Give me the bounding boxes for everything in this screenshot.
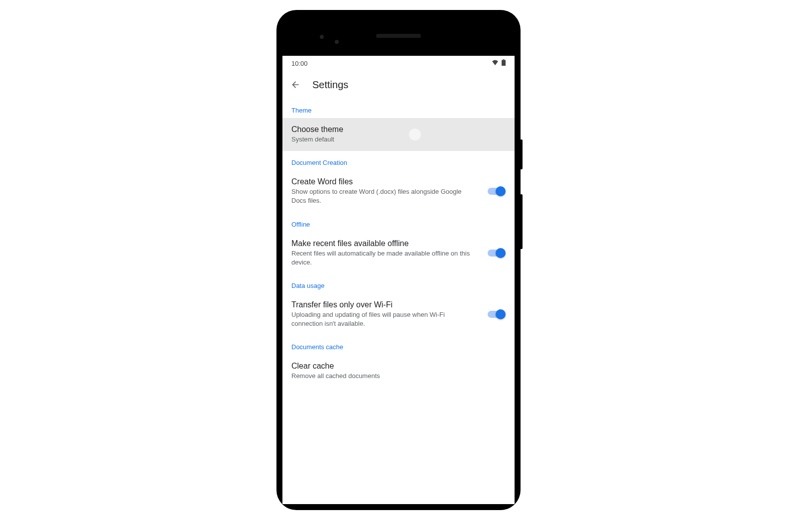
- setting-title: Make recent files available offline: [291, 239, 478, 248]
- create-word-files-item[interactable]: Create Word files Show options to create…: [282, 170, 515, 212]
- phone-frame: 10:00 Settings Theme Choose theme System…: [276, 10, 521, 510]
- camera-dot: [320, 35, 324, 39]
- setting-title: Create Word files: [291, 177, 478, 186]
- toggle-thumb: [496, 186, 506, 196]
- toggle-thumb: [496, 309, 506, 319]
- toggle-thumb: [496, 248, 506, 258]
- section-header-theme: Theme: [282, 99, 515, 118]
- setting-text: Make recent files available offline Rece…: [291, 239, 478, 267]
- status-bar: 10:00: [282, 56, 515, 71]
- setting-subtitle: System default: [291, 135, 506, 144]
- setting-subtitle: Remove all cached documents: [291, 372, 506, 381]
- setting-subtitle: Uploading and updating of files will pau…: [291, 310, 478, 328]
- wifi-only-item[interactable]: Transfer files only over Wi-Fi Uploading…: [282, 293, 515, 335]
- wifi-only-toggle[interactable]: [488, 309, 506, 319]
- phone-side-button: [521, 139, 523, 169]
- setting-text: Transfer files only over Wi-Fi Uploading…: [291, 300, 478, 328]
- section-header-document-creation: Document Creation: [282, 151, 515, 170]
- section-header-data-usage: Data usage: [282, 274, 515, 293]
- phone-speaker: [376, 34, 421, 38]
- setting-text: Choose theme System default: [291, 125, 506, 144]
- setting-text: Create Word files Show options to create…: [291, 177, 478, 205]
- back-button[interactable]: [289, 79, 301, 91]
- offline-files-item[interactable]: Make recent files available offline Rece…: [282, 232, 515, 274]
- page-title: Settings: [312, 79, 348, 91]
- setting-title: Choose theme: [291, 125, 506, 134]
- setting-title: Clear cache: [291, 362, 506, 371]
- status-icons: [492, 59, 506, 67]
- phone-side-button: [521, 194, 523, 249]
- offline-files-toggle[interactable]: [488, 248, 506, 258]
- clear-cache-item[interactable]: Clear cache Remove all cached documents: [282, 355, 515, 388]
- setting-title: Transfer files only over Wi-Fi: [291, 300, 478, 309]
- status-time: 10:00: [291, 60, 308, 67]
- svg-rect-1: [502, 60, 506, 66]
- setting-text: Clear cache Remove all cached documents: [291, 362, 506, 381]
- camera-dot: [335, 40, 339, 44]
- app-bar: Settings: [282, 71, 515, 99]
- section-header-offline: Offline: [282, 213, 515, 232]
- choose-theme-item[interactable]: Choose theme System default: [282, 118, 515, 151]
- create-word-files-toggle[interactable]: [488, 186, 506, 196]
- wifi-icon: [492, 60, 499, 67]
- svg-rect-0: [503, 59, 505, 60]
- section-header-documents-cache: Documents cache: [282, 335, 515, 355]
- phone-screen: 10:00 Settings Theme Choose theme System…: [282, 56, 515, 504]
- touch-ripple: [409, 129, 421, 140]
- battery-icon: [502, 59, 506, 67]
- setting-subtitle: Show options to create Word (.docx) file…: [291, 187, 478, 205]
- phone-bezel-top: [282, 16, 515, 56]
- arrow-back-icon: [290, 80, 300, 90]
- setting-subtitle: Recent files will automatically be made …: [291, 249, 478, 267]
